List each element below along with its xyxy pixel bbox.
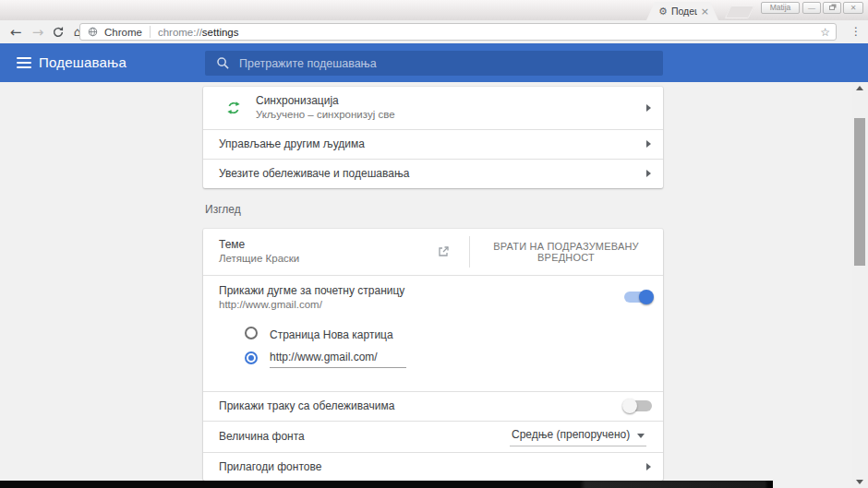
browser-toolbar: ← → ⌂ Chrome chrome:// settings ☆ ⋮ bbox=[0, 20, 868, 43]
home-url-input[interactable] bbox=[270, 347, 406, 368]
restore-button[interactable] bbox=[823, 2, 841, 14]
sync-row[interactable]: Синхронизација Укључено – синхронизуј св… bbox=[203, 87, 663, 129]
new-tab-button[interactable] bbox=[725, 6, 755, 18]
minimize-button[interactable]: — bbox=[802, 2, 821, 14]
forward-button: → bbox=[28, 20, 48, 43]
url-path: settings bbox=[202, 27, 239, 38]
custom-url-radio-row bbox=[203, 347, 663, 384]
manage-people-row[interactable]: Управљање другим људима bbox=[203, 129, 663, 159]
customize-fonts-row[interactable]: Прилагоди фонтове bbox=[203, 452, 663, 481]
settings-search-box[interactable] bbox=[205, 51, 663, 76]
import-bookmarks-label: Увезите обележиваче и подешавања bbox=[219, 167, 409, 180]
profile-button[interactable]: Matija bbox=[761, 2, 800, 14]
newtab-radio-row: Страница Нова картица bbox=[203, 319, 663, 347]
site-label: Chrome bbox=[104, 27, 142, 38]
newtab-radio[interactable] bbox=[245, 327, 258, 339]
settings-header: Подешавања bbox=[0, 43, 868, 82]
scroll-down-icon[interactable] bbox=[856, 480, 863, 484]
chevron-right-icon bbox=[646, 170, 651, 177]
newtab-radio-label: Страница Нова картица bbox=[270, 328, 393, 341]
tab-close-icon[interactable]: × bbox=[701, 6, 709, 17]
back-button[interactable]: ← bbox=[6, 20, 26, 43]
manage-people-label: Управљање другим људима bbox=[219, 137, 365, 150]
bookmarks-bar-label: Прикажи траку са обележивачима bbox=[219, 399, 394, 412]
site-info-icon[interactable] bbox=[88, 27, 98, 37]
address-bar[interactable]: Chrome chrome:// settings ☆ bbox=[79, 23, 837, 41]
sync-icon bbox=[225, 100, 242, 120]
theme-name: Летящие Краски bbox=[219, 253, 299, 264]
show-home-toggle[interactable] bbox=[624, 292, 652, 303]
scrollbar-thumb[interactable] bbox=[854, 118, 865, 266]
bookmarks-bar-row: Прикажи траку са обележивачима bbox=[203, 391, 663, 421]
font-size-label: Величина фонта bbox=[219, 430, 305, 443]
search-input[interactable] bbox=[239, 57, 663, 70]
sync-title: Синхронизација bbox=[256, 94, 339, 107]
scrollbar[interactable] bbox=[852, 82, 868, 488]
tab-settings[interactable]: ⚙ Подеш × bbox=[646, 2, 718, 20]
close-button[interactable]: ✕ bbox=[843, 2, 863, 14]
dropdown-caret-icon bbox=[637, 434, 645, 438]
font-size-row: Величина фонта Средње (препоручено) bbox=[203, 421, 663, 452]
appearance-card: Теме Летящие Краски ВРАТИ НА ПОДРАЗУМЕВА… bbox=[203, 229, 663, 481]
show-home-button-row: Прикажи дугме за почетну страницу http:/… bbox=[203, 275, 663, 319]
gear-icon: ⚙ bbox=[658, 6, 668, 17]
font-size-value: Средње (препоручено) bbox=[512, 428, 630, 441]
tab-strip: ⚙ Подеш × Matija — ✕ bbox=[0, 0, 868, 20]
browser-menu-button[interactable]: ⋮ bbox=[847, 20, 865, 43]
reload-button[interactable] bbox=[48, 20, 68, 43]
open-in-new-icon[interactable] bbox=[437, 245, 450, 262]
sync-status: Укључено – синхронизуј све bbox=[256, 109, 395, 120]
tab-title: Подеш bbox=[671, 6, 697, 17]
vertical-divider bbox=[469, 236, 470, 268]
page-title: Подешавања bbox=[39, 43, 127, 82]
restore-icon bbox=[829, 6, 835, 10]
browser-window: ⚙ Подеш × Matija — ✕ ← → ⌂ bbox=[0, 0, 868, 488]
themes-row: Теме Летящие Краски ВРАТИ НА ПОДРАЗУМЕВА… bbox=[203, 229, 663, 275]
search-icon bbox=[216, 56, 230, 70]
scroll-up-icon[interactable] bbox=[856, 86, 863, 90]
home-url-value: http://www.gmail.com/ bbox=[219, 299, 322, 310]
chevron-right-icon bbox=[646, 104, 651, 112]
url-scheme: chrome:// bbox=[158, 27, 202, 38]
chevron-right-icon bbox=[646, 140, 651, 148]
reset-to-default-button[interactable]: ВРАТИ НА ПОДРАЗУМЕВАНУ ВРЕДНОСТ bbox=[473, 229, 659, 275]
import-bookmarks-row[interactable]: Увезите обележиваче и подешавања bbox=[203, 159, 663, 188]
bookmark-star-icon[interactable]: ☆ bbox=[820, 26, 830, 39]
hamburger-menu-icon[interactable] bbox=[17, 57, 31, 68]
customize-fonts-label: Прилагоди фонтове bbox=[219, 460, 321, 473]
bottom-black-bar bbox=[0, 481, 773, 488]
reload-icon bbox=[52, 26, 65, 39]
chevron-right-icon bbox=[646, 463, 651, 470]
settings-content: Синхронизација Укључено – синхронизуј св… bbox=[0, 82, 868, 488]
bookmarks-bar-toggle[interactable] bbox=[624, 400, 652, 411]
themes-label: Теме bbox=[219, 238, 245, 251]
custom-url-radio[interactable] bbox=[245, 351, 258, 364]
font-size-dropdown[interactable]: Средње (препоручено) bbox=[510, 423, 646, 446]
appearance-section-title: Изглед bbox=[205, 203, 241, 216]
omnibox-separator bbox=[150, 26, 151, 38]
people-card: Синхронизација Укључено – синхронизуј св… bbox=[203, 87, 663, 188]
show-home-label: Прикажи дугме за почетну страницу bbox=[219, 284, 404, 297]
